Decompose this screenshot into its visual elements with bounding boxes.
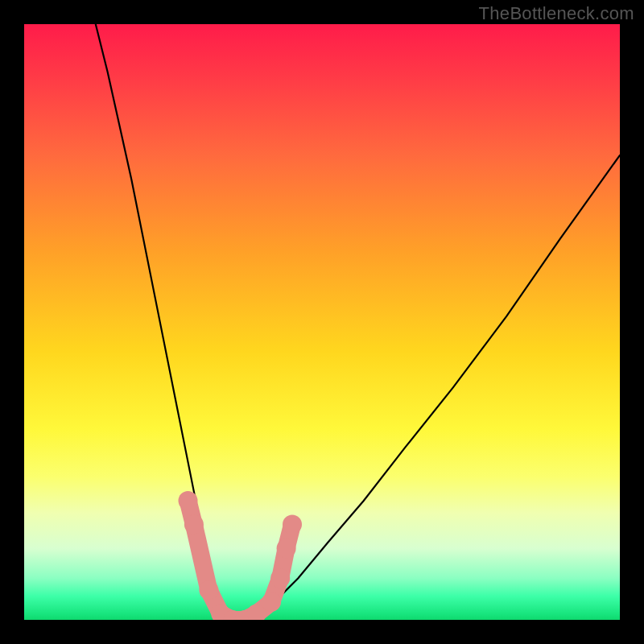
curve-marker (277, 539, 296, 558)
curve-marker (179, 491, 198, 510)
plot-area (24, 24, 620, 620)
curve-layer (24, 24, 620, 620)
curve-marker (184, 515, 204, 535)
curve-marker (262, 592, 281, 612)
watermark-text: TheBottleneck.com (479, 3, 634, 24)
curve-marker (270, 568, 290, 588)
outer-frame: TheBottleneck.com (0, 0, 644, 644)
bottleneck-curve (96, 24, 620, 620)
curve-marker (199, 580, 218, 600)
curve-marker (283, 515, 302, 535)
